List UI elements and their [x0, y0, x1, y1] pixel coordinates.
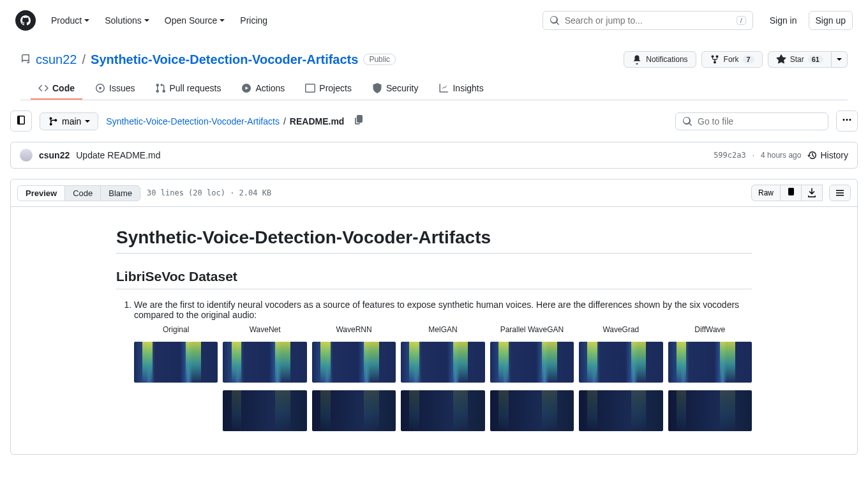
code-icon — [38, 83, 49, 93]
spectrogram-diff — [490, 390, 574, 431]
breadcrumb: Synthetic-Voice-Detection-Vocoder-Artifa… — [106, 116, 344, 126]
global-nav: Product Solutions Open Source Pricing — [46, 11, 532, 29]
branch-selector[interactable]: main — [40, 112, 98, 130]
spectrogram — [134, 342, 218, 383]
commit-message[interactable]: Update README.md — [76, 150, 160, 160]
fork-button[interactable]: Fork 7 — [701, 51, 763, 68]
spec-col: WaveRNN — [312, 325, 396, 431]
tab-issues[interactable]: Issues — [87, 78, 142, 100]
owner-link[interactable]: csun22 — [36, 52, 77, 67]
spectrogram — [223, 342, 306, 383]
file-actions: Raw — [751, 185, 851, 201]
nav-product[interactable]: Product — [46, 11, 94, 29]
fork-count: 7 — [743, 56, 754, 63]
notifications-button[interactable]: Notifications — [624, 51, 696, 68]
file-meta: 30 lines (20 loc) · 2.04 KB — [147, 188, 271, 197]
spectrogram — [579, 342, 662, 383]
readme-h2: LibriSeVoc Dataset — [116, 269, 752, 289]
caret-down-icon — [837, 58, 842, 61]
project-icon — [305, 83, 315, 93]
readme-list: We are the first to identify neural voco… — [116, 300, 752, 431]
list-item: We are the first to identify neural voco… — [134, 300, 752, 431]
signup-button[interactable]: Sign up — [809, 11, 853, 30]
pull-request-icon — [155, 83, 165, 93]
readme-body: Synthetic-Voice-Detection-Vocoder-Artifa… — [96, 207, 772, 454]
repo-header: csun22 / Synthetic-Voice-Detection-Vocod… — [0, 41, 868, 100]
star-menu-button[interactable] — [832, 51, 848, 68]
spec-col: WaveGrad — [579, 325, 662, 431]
breadcrumb-repo[interactable]: Synthetic-Voice-Detection-Vocoder-Artifa… — [106, 116, 280, 126]
view-toggle: Preview Code Blame — [17, 185, 140, 201]
commit-meta: 599c2a3 · 4 hours ago History — [714, 150, 848, 160]
history-link[interactable]: History — [807, 150, 848, 160]
tab-security[interactable]: Security — [364, 78, 426, 100]
sidebar-toggle[interactable] — [10, 111, 32, 132]
global-search[interactable]: / — [542, 11, 753, 30]
issue-icon — [95, 83, 105, 93]
chevron-down-icon — [220, 19, 225, 22]
copy-raw-button[interactable] — [781, 185, 802, 201]
spectrogram-diff — [579, 390, 662, 431]
play-icon — [241, 83, 251, 93]
kebab-icon — [842, 115, 852, 125]
file-box: Preview Code Blame 30 lines (20 loc) · 2… — [10, 179, 858, 455]
caret-down-icon — [85, 120, 90, 123]
tab-blame[interactable]: Blame — [101, 186, 140, 201]
spec-col: DiffWave — [668, 325, 752, 431]
spectrogram-grid: Original WaveNet WaveRNN — [134, 325, 752, 431]
commit-sha[interactable]: 599c2a3 — [714, 151, 746, 160]
spectrogram-diff — [668, 390, 752, 431]
chevron-down-icon — [144, 19, 149, 22]
tab-code-view[interactable]: Code — [65, 186, 101, 201]
nav-open-source[interactable]: Open Source — [160, 11, 230, 29]
shield-icon — [372, 83, 382, 93]
search-input[interactable] — [565, 15, 731, 26]
file-area: main Synthetic-Voice-Detection-Vocoder-A… — [0, 100, 868, 465]
download-button[interactable] — [802, 185, 823, 201]
search-icon — [682, 116, 692, 126]
mark-github-icon — [20, 15, 31, 26]
tab-pulls[interactable]: Pull requests — [147, 78, 228, 100]
commit-time: 4 hours ago — [761, 151, 801, 160]
star-button[interactable]: Star 61 — [768, 51, 832, 68]
star-count: 61 — [808, 56, 823, 63]
spectrogram-diff — [312, 390, 396, 431]
goto-file[interactable] — [675, 112, 828, 130]
signin-link[interactable]: Sign in — [763, 11, 804, 29]
github-logo[interactable] — [15, 10, 36, 31]
copy-path-button[interactable] — [352, 112, 367, 130]
more-options-button[interactable] — [836, 111, 858, 132]
commit-author[interactable]: csun22 — [39, 150, 70, 160]
nav-solutions[interactable]: Solutions — [100, 11, 154, 29]
outline-button[interactable] — [829, 185, 851, 201]
global-header: Product Solutions Open Source Pricing / … — [0, 0, 868, 41]
avatar[interactable] — [20, 149, 33, 162]
goto-file-input[interactable] — [698, 116, 821, 126]
spec-col: MelGAN — [401, 325, 484, 431]
breadcrumb-file: README.md — [290, 116, 345, 126]
nav-pricing[interactable]: Pricing — [235, 11, 273, 29]
raw-button[interactable]: Raw — [751, 185, 781, 201]
tab-insights[interactable]: Insights — [431, 78, 491, 100]
spectrogram-diff — [223, 390, 306, 431]
tab-projects[interactable]: Projects — [297, 78, 359, 100]
sidebar-icon — [16, 115, 26, 125]
tab-actions[interactable]: Actions — [234, 78, 292, 100]
tab-code[interactable]: Code — [31, 78, 82, 100]
search-icon — [550, 15, 560, 26]
file-box-header: Preview Code Blame 30 lines (20 loc) · 2… — [11, 179, 857, 207]
bell-icon — [632, 54, 642, 65]
repo-tabs: Code Issues Pull requests Actions Projec… — [20, 78, 848, 100]
spec-col: Parallel WaveGAN — [490, 325, 574, 431]
tab-preview[interactable]: Preview — [18, 186, 65, 201]
copy-icon — [354, 115, 364, 125]
star-icon — [776, 54, 786, 65]
repo-link[interactable]: Synthetic-Voice-Detection-Vocoder-Artifa… — [91, 52, 358, 67]
readme-h1: Synthetic-Voice-Detection-Vocoder-Artifa… — [116, 227, 752, 254]
file-toolbar: main Synthetic-Voice-Detection-Vocoder-A… — [10, 111, 858, 132]
list-icon — [835, 188, 845, 198]
chevron-down-icon — [84, 19, 89, 22]
spectrogram — [401, 342, 484, 383]
visibility-badge: Public — [363, 54, 396, 65]
branch-icon — [48, 116, 58, 126]
